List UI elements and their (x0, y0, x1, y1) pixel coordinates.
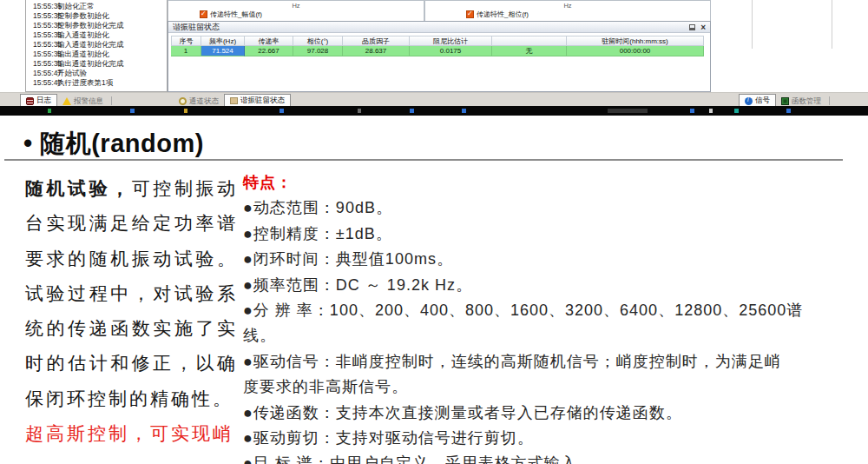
log-icon (26, 97, 34, 105)
checked-checkbox-icon[interactable] (466, 10, 474, 18)
log-message: 初始化正常 (57, 2, 167, 11)
log-time: 15:55:35 (26, 30, 57, 40)
log-message: 控制参数初始化 (57, 11, 167, 21)
x-axis-unit: Hz (425, 2, 710, 10)
function-manager-icon (781, 97, 789, 105)
log-entry: 15:55:35输入通道初始化完成 (26, 40, 167, 50)
column-header[interactable]: 阻尼比估计 (410, 36, 492, 46)
cell-frequency-selected[interactable]: 71.524 (201, 46, 245, 56)
legend-transfer-phase[interactable]: 传递特性_相位(f) (466, 10, 529, 19)
log-entry: 15:55:35输入通道初始化 (26, 30, 167, 40)
taskbar-speck (608, 109, 648, 113)
checked-checkbox-icon[interactable] (200, 10, 207, 18)
cell-transmissibility[interactable]: 22.667 (245, 46, 293, 56)
intro-highlight: 超高斯控制，可实现峭 (25, 416, 238, 451)
feature-item: ●分 辨 率：100、200、400、800、1600、3200、6400、12… (243, 298, 863, 349)
log-entry: 15:55:35输出通道初始化完成 (26, 59, 167, 69)
channel-status-icon (179, 97, 187, 105)
cell-index[interactable]: 1 (171, 46, 201, 56)
feature-item: ●驱动剪切：支持对驱动信号进行剪切。 (243, 426, 863, 451)
table-header-row: 序号 频率(Hz) 传递率 相位(°) 品质因子 阻尼比估计 驻留时间(hhh:… (171, 36, 704, 46)
pin-icon[interactable] (689, 24, 695, 30)
tab-label: 日志 (36, 96, 51, 106)
tab-group-middle: 通道状态 谐振驻留状态 (174, 93, 291, 107)
legend-transfer-magnitude[interactable]: 传递特性_幅值(f) (200, 10, 262, 19)
log-time: 15:55:35 (26, 11, 57, 21)
feature-item: ●控制精度：±1dB。 (243, 222, 863, 247)
column-header[interactable]: 驻留时间(hhh:mm:ss) (567, 36, 704, 46)
taskbar-speck (734, 109, 739, 113)
tab-label: 函数管理 (792, 96, 821, 107)
dock-tab-bar: 日志 报警信息 通道状态 谐振驻留状态 信号 (0, 92, 868, 106)
feature-item: ●频率范围：DC ～ 19.2k Hz。 (243, 273, 863, 298)
column-header[interactable]: 传递率 (245, 36, 293, 46)
log-time: 15:55:35 (26, 2, 57, 11)
info-icon (745, 97, 753, 105)
close-icon[interactable]: × (700, 23, 706, 31)
tab-signal[interactable]: 信号 (739, 94, 776, 107)
log-entry: 15:55:35控制参数初始化 (26, 11, 167, 21)
log-message: 执行进度表第1项 (57, 78, 167, 88)
column-header[interactable]: 序号 (171, 36, 201, 46)
tab-log[interactable]: 日志 (20, 94, 57, 107)
features-heading: 特点： (243, 170, 863, 196)
log-message: 输入通道初始化 (57, 30, 167, 40)
taskbar-speck (130, 109, 135, 113)
cell-q-factor[interactable]: 28.637 (343, 46, 410, 56)
page: 15:55:35初始化正常 15:55:35控制参数初始化 15:55:35控制… (0, 0, 868, 464)
taskbar-speck (462, 109, 466, 113)
window-divider (752, 0, 753, 49)
tab-label: 报警信息 (74, 96, 103, 107)
column-header[interactable]: 品质因子 (343, 36, 410, 46)
tab-group-right: 信号 函数管理 (739, 93, 832, 107)
taskbar-speck (786, 109, 791, 113)
intro-lead: 随机试验， (25, 178, 132, 198)
taskbar-speck (709, 109, 713, 113)
tab-resonance-dwell-status[interactable]: 谐振驻留状态 (224, 94, 291, 107)
feature-item: ●传递函数：支持本次直接测量或者导入已存储的传递函数。 (243, 401, 863, 426)
log-entry: 15:55:35初始化正常 (26, 2, 167, 11)
log-message: 输出通道初始化 (57, 50, 167, 59)
cell-damping-estimate[interactable]: 0.0175 (410, 46, 492, 56)
intro-body: 可控制振动台实现满足给定功率谱要求的随机振动试验。试验过程中，对试验系统的传递函… (25, 178, 238, 408)
column-header[interactable] (492, 36, 567, 46)
cell-phase[interactable]: 97.028 (293, 46, 343, 56)
taskbar-speck (48, 109, 51, 113)
panel-title: 谐振驻留状态 (168, 22, 689, 33)
log-time: 15:55:47 (26, 69, 57, 78)
feature-item: ●闭环时间：典型值100ms。 (243, 247, 863, 272)
tab-separator (829, 96, 830, 105)
log-message: 控制参数初始化完成 (57, 21, 167, 30)
transfer-phase-chart: Hz 传递特性_相位(f) (424, 0, 711, 21)
resonance-icon (230, 97, 238, 104)
log-entry: 15:55:47执行进度表第1项 (26, 78, 167, 88)
column-header[interactable]: 相位(°) (293, 36, 343, 46)
taskbar-strip (0, 106, 868, 116)
tab-label: 谐振驻留状态 (240, 96, 285, 106)
taskbar-speck (410, 109, 414, 113)
section-title: • 随机(random) (23, 127, 204, 162)
taskbar-speck (358, 109, 361, 113)
column-header[interactable]: 频率(Hz) (201, 36, 245, 46)
feature-item: ●驱动信号：非峭度控制时，连续的高斯随机信号；峭度控制时，为满足峭 度要求的非高… (243, 349, 863, 401)
x-axis-unit: Hz (168, 2, 424, 10)
feature-item: ●动态范围：90dB。 (243, 196, 863, 221)
cell-extra[interactable]: 无 (492, 46, 567, 56)
taskbar-speck (690, 109, 694, 113)
feature-item: ●目 标 谱：由用户自定义，采用表格方式输入 (243, 451, 863, 464)
cell-dwell-time[interactable]: 000:00:00 (567, 46, 704, 56)
log-message: 输出通道初始化完成 (57, 59, 167, 69)
log-time: 15:55:35 (26, 50, 57, 59)
transfer-magnitude-chart: Hz 传递特性_幅值(f) (168, 0, 424, 21)
log-entry: 15:55:35控制参数初始化完成 (26, 21, 167, 30)
log-panel: 15:55:35初始化正常 15:55:35控制参数初始化 15:55:35控制… (25, 0, 168, 92)
panel-titlebar: 谐振驻留状态 × (168, 22, 710, 33)
title-underline (4, 159, 843, 161)
log-entry: 15:55:47开始试验 (26, 69, 167, 78)
warning-icon (62, 97, 71, 105)
taskbar-speck (184, 109, 187, 113)
table-row[interactable]: 1 71.524 22.667 97.028 28.637 0.0175 无 0… (171, 46, 704, 56)
window-divider (832, 0, 832, 49)
log-entry: 15:55:35输出通道初始化 (26, 50, 167, 59)
tab-group-left: 日志 报警信息 (20, 93, 115, 107)
